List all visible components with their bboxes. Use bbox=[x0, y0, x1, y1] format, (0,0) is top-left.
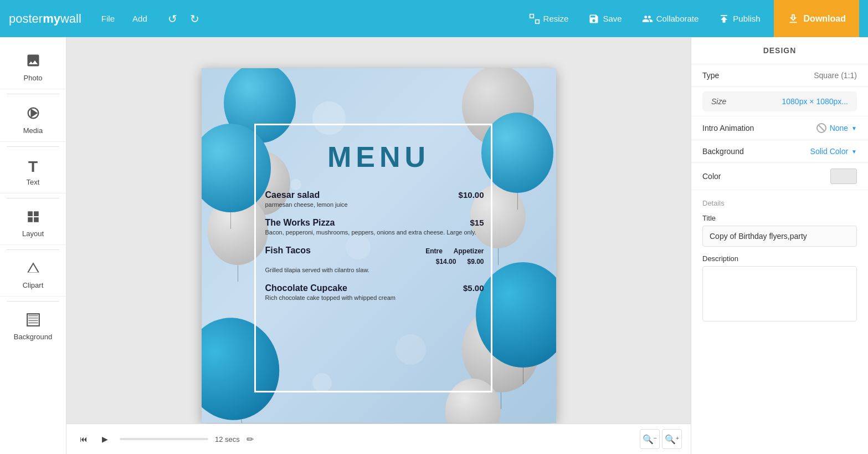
size-value: 1080px × 1080px... bbox=[782, 97, 849, 106]
item-caesar-desc: parmesan cheese, lemon juice bbox=[265, 201, 484, 208]
design-canvas[interactable]: MENU Caesar salad $10.00 parmesan cheese… bbox=[202, 68, 556, 423]
background-icon bbox=[26, 313, 40, 330]
photo-icon bbox=[25, 53, 41, 72]
menu-title: MENU bbox=[202, 140, 556, 174]
top-nav: File Add bbox=[95, 11, 154, 27]
item-caesar-price: $10.00 bbox=[459, 190, 484, 200]
item-tacos-app-label: Appetizer bbox=[454, 247, 484, 255]
intro-animation-row: Intro Animation None ▼ bbox=[691, 116, 868, 140]
zoom-in-button[interactable]: 🔍+ bbox=[662, 429, 682, 449]
size-label: Size bbox=[711, 97, 726, 106]
size-badge[interactable]: Size 1080px × 1080px... bbox=[702, 91, 857, 111]
intro-animation-dropdown[interactable]: None ▼ bbox=[816, 123, 857, 133]
sidebar-media-label: Media bbox=[23, 126, 43, 135]
svg-rect-0 bbox=[530, 14, 533, 18]
download-label: Download bbox=[804, 14, 846, 24]
topbar: postermywall File Add ↺ ↻ Resize Save Co… bbox=[0, 0, 868, 37]
color-row: Color bbox=[691, 163, 868, 190]
canvas-area: MENU Caesar salad $10.00 parmesan cheese… bbox=[66, 37, 691, 454]
rewind-button[interactable]: ⏮ bbox=[75, 431, 92, 447]
resize-button[interactable]: Resize bbox=[520, 9, 578, 29]
background-arrow: ▼ bbox=[851, 149, 857, 155]
file-menu[interactable]: File bbox=[95, 11, 121, 27]
resize-icon bbox=[529, 13, 540, 24]
collaborate-label: Collaborate bbox=[656, 14, 699, 23]
undo-button[interactable]: ↺ bbox=[163, 9, 183, 29]
details-section: Details Title Description bbox=[691, 190, 868, 328]
color-swatch[interactable] bbox=[830, 169, 857, 184]
item-pizza-price: $15 bbox=[470, 218, 484, 227]
background-dropdown[interactable]: Solid Color ▼ bbox=[810, 147, 857, 156]
publish-button[interactable]: Publish bbox=[710, 9, 769, 29]
download-button[interactable]: Download bbox=[774, 0, 859, 37]
type-value: Square (1:1) bbox=[814, 71, 857, 80]
design-panel-header: DESIGN bbox=[691, 37, 868, 64]
description-input[interactable] bbox=[702, 266, 857, 322]
sidebar-clipart-label: Clipart bbox=[23, 281, 44, 289]
collaborate-icon bbox=[642, 13, 653, 24]
no-animation-icon bbox=[816, 123, 826, 133]
left-sidebar: Photo Media T Text Layout Clipart bbox=[0, 37, 66, 454]
undo-redo-controls: ↺ ↻ bbox=[163, 9, 205, 29]
intro-animation-value: None bbox=[830, 124, 848, 132]
media-icon bbox=[25, 105, 41, 124]
item-pizza-desc: Bacon, pepperoni, mushrooms, peppers, on… bbox=[265, 229, 484, 236]
edit-icon[interactable]: ✏ bbox=[246, 434, 254, 445]
size-row: Size 1080px × 1080px... bbox=[691, 87, 868, 116]
sidebar-text-label: Text bbox=[27, 178, 40, 186]
sidebar-item-photo[interactable]: Photo bbox=[0, 46, 66, 89]
sidebar-background-label: Background bbox=[14, 333, 52, 341]
title-input[interactable] bbox=[702, 226, 857, 247]
item-tacos-name: Fish Tacos bbox=[265, 246, 311, 256]
description-field-label: Description bbox=[702, 254, 857, 263]
collaborate-button[interactable]: Collaborate bbox=[633, 9, 708, 29]
type-label: Type bbox=[702, 71, 719, 80]
item-cupcake-price: $5.00 bbox=[463, 283, 484, 293]
sidebar-item-layout[interactable]: Layout bbox=[0, 203, 66, 245]
download-icon bbox=[787, 13, 799, 25]
text-icon: T bbox=[28, 158, 38, 176]
logo[interactable]: postermywall bbox=[9, 12, 81, 26]
publish-label: Publish bbox=[733, 14, 760, 23]
item-tacos-entre-label: Entre bbox=[425, 247, 443, 255]
menu-item-caesar: Caesar salad $10.00 parmesan cheese, lem… bbox=[265, 190, 484, 208]
title-field-label: Title bbox=[702, 214, 857, 222]
main-area: Photo Media T Text Layout Clipart bbox=[0, 37, 868, 454]
background-row: Background Solid Color ▼ bbox=[691, 140, 868, 163]
save-button[interactable]: Save bbox=[579, 9, 630, 29]
zoom-controls: 🔍− 🔍+ bbox=[640, 429, 682, 449]
publish-icon bbox=[718, 13, 730, 24]
sidebar-item-clipart[interactable]: Clipart bbox=[0, 254, 66, 297]
background-value: Solid Color bbox=[810, 147, 848, 156]
sidebar-item-background[interactable]: Background bbox=[0, 306, 66, 348]
play-button[interactable]: ▶ bbox=[96, 431, 113, 447]
clipart-icon bbox=[26, 261, 40, 279]
details-label: Details bbox=[702, 199, 857, 207]
sidebar-item-media[interactable]: Media bbox=[0, 99, 66, 142]
sidebar-item-text[interactable]: T Text bbox=[0, 151, 66, 193]
item-tacos-desc: Grilled tilapia served with cilantro sla… bbox=[265, 267, 484, 273]
topbar-actions: Resize Save Collaborate Publish Download bbox=[520, 0, 859, 37]
background-label: Background bbox=[702, 147, 744, 156]
bottom-bar: ⏮ ▶ 12 secs ✏ 🔍− 🔍+ bbox=[66, 424, 691, 454]
add-menu[interactable]: Add bbox=[126, 11, 154, 27]
sidebar-layout-label: Layout bbox=[22, 229, 44, 238]
intro-animation-label: Intro Animation bbox=[702, 124, 754, 132]
duration-text: 12 secs bbox=[215, 435, 240, 443]
progress-bar[interactable] bbox=[120, 438, 208, 440]
menu-items: Caesar salad $10.00 parmesan cheese, lem… bbox=[265, 190, 484, 311]
resize-label: Resize bbox=[543, 14, 569, 23]
item-caesar-name: Caesar salad bbox=[265, 190, 320, 200]
right-sidebar: DESIGN Type Square (1:1) Size 1080px × 1… bbox=[691, 37, 868, 454]
color-label: Color bbox=[702, 172, 721, 181]
menu-item-tacos: Fish Tacos Entre Appetizer $14.00 $9.00 bbox=[265, 246, 484, 273]
redo-button[interactable]: ↻ bbox=[185, 9, 205, 29]
item-pizza-name: The Works Pizza bbox=[265, 218, 335, 228]
type-row: Type Square (1:1) bbox=[691, 64, 868, 87]
menu-item-pizza: The Works Pizza $15 Bacon, pepperoni, mu… bbox=[265, 218, 484, 236]
save-icon bbox=[588, 13, 599, 24]
item-tacos-entre-price: $14.00 bbox=[436, 258, 456, 266]
zoom-out-button[interactable]: 🔍− bbox=[640, 429, 660, 449]
svg-rect-1 bbox=[535, 19, 539, 23]
sidebar-photo-label: Photo bbox=[24, 74, 43, 82]
